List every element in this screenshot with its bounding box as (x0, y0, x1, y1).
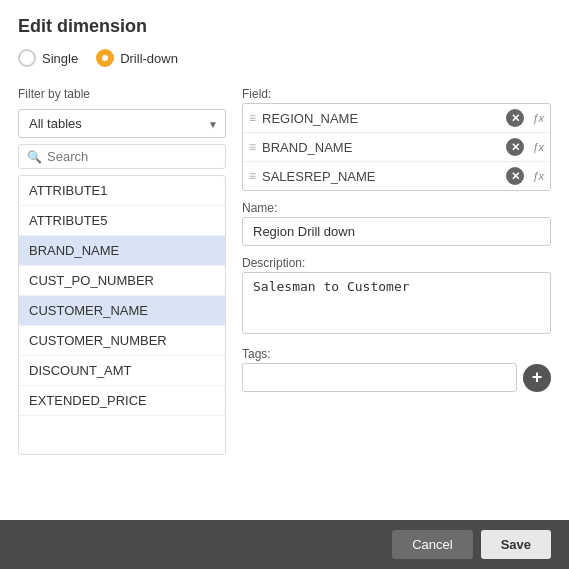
modal-body: Filter by table All tables ▼ 🔍 ATTRIBUTE… (0, 77, 569, 520)
name-label: Name: (242, 201, 551, 215)
field-list-container: ≡ REGION_NAME ✕ ƒx ≡ BRAND_NAME ✕ ƒx (242, 103, 551, 191)
radio-drilldown-label: Drill-down (120, 51, 178, 66)
radio-drilldown[interactable]: Drill-down (96, 49, 178, 67)
drag-handle-icon: ≡ (249, 140, 256, 154)
description-textarea[interactable]: Salesman to Customer (242, 272, 551, 334)
tags-row: + (242, 363, 551, 392)
edit-dimension-modal: Edit dimension Single Drill-down Filter … (0, 0, 569, 569)
radio-single[interactable]: Single (18, 49, 78, 67)
list-item[interactable]: EXTENDED_PRICE (19, 386, 225, 416)
field-item-brand: ≡ BRAND_NAME ✕ ƒx (243, 133, 550, 162)
field-item-region: ≡ REGION_NAME ✕ ƒx (243, 104, 550, 133)
tags-label: Tags: (242, 347, 551, 361)
list-item[interactable]: ATTRIBUTE1 (19, 176, 225, 206)
right-panel: Field: ≡ REGION_NAME ✕ ƒx ≡ BRAND_NAME ✕ (242, 87, 551, 510)
list-item[interactable]: ATTRIBUTE5 (19, 206, 225, 236)
field-section: Field: ≡ REGION_NAME ✕ ƒx ≡ BRAND_NAME ✕ (242, 87, 551, 191)
fx-salesrep-icon[interactable]: ƒx (532, 170, 544, 182)
radio-group: Single Drill-down (18, 49, 551, 67)
search-input[interactable] (47, 149, 217, 164)
field-name-region: REGION_NAME (262, 111, 502, 126)
field-label: Field: (242, 87, 551, 101)
list-item[interactable]: BRAND_NAME (19, 236, 225, 266)
modal-title: Edit dimension (18, 16, 551, 37)
list-item[interactable]: CUSTOMER_NAME (19, 296, 225, 326)
save-button[interactable]: Save (481, 530, 551, 559)
drag-handle-icon: ≡ (249, 169, 256, 183)
name-section: Name: (242, 201, 551, 246)
filter-label: Filter by table (18, 87, 226, 101)
modal-footer: Cancel Save (0, 520, 569, 569)
remove-brand-button[interactable]: ✕ (506, 138, 524, 156)
radio-single-label: Single (42, 51, 78, 66)
tags-section: Tags: + (242, 347, 551, 392)
field-name-salesrep: SALESREP_NAME (262, 169, 502, 184)
drag-handle-icon: ≡ (249, 111, 256, 125)
field-list-wrapper: ≡ REGION_NAME ✕ ƒx ≡ BRAND_NAME ✕ ƒx (242, 103, 551, 191)
list-item[interactable]: DISCOUNT_AMT (19, 356, 225, 386)
description-section: Description: Salesman to Customer (242, 256, 551, 337)
field-item-salesrep: ≡ SALESREP_NAME ✕ ƒx (243, 162, 550, 190)
list-item[interactable]: CUST_PO_NUMBER (19, 266, 225, 296)
name-input[interactable] (242, 217, 551, 246)
tags-input[interactable] (242, 363, 517, 392)
filter-select[interactable]: All tables (18, 109, 226, 138)
add-tag-button[interactable]: + (523, 364, 551, 392)
list-item[interactable]: CUSTOMER_NUMBER (19, 326, 225, 356)
left-panel: Filter by table All tables ▼ 🔍 ATTRIBUTE… (18, 87, 226, 510)
fx-region-icon[interactable]: ƒx (532, 112, 544, 124)
modal-header: Edit dimension Single Drill-down (0, 0, 569, 77)
field-name-brand: BRAND_NAME (262, 140, 502, 155)
remove-salesrep-button[interactable]: ✕ (506, 167, 524, 185)
cancel-button[interactable]: Cancel (392, 530, 472, 559)
search-box: 🔍 (18, 144, 226, 169)
radio-circle-single (18, 49, 36, 67)
attribute-list: ATTRIBUTE1 ATTRIBUTE5 BRAND_NAME CUST_PO… (18, 175, 226, 455)
description-label: Description: (242, 256, 551, 270)
filter-select-wrapper: All tables ▼ (18, 109, 226, 138)
search-icon: 🔍 (27, 150, 42, 164)
radio-circle-drilldown (96, 49, 114, 67)
remove-region-button[interactable]: ✕ (506, 109, 524, 127)
fx-brand-icon[interactable]: ƒx (532, 141, 544, 153)
